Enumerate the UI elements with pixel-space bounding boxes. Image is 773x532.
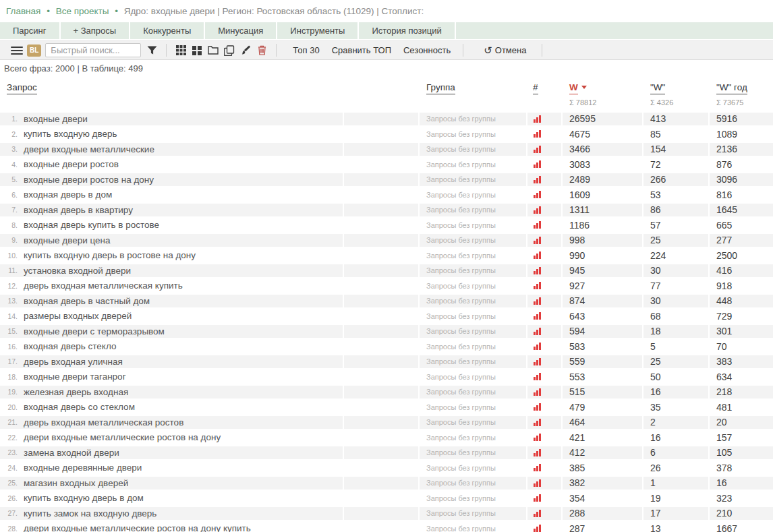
tab-tools[interactable]: Инструменты bbox=[277, 22, 359, 39]
group-cell[interactable]: Запросы без группы bbox=[420, 264, 526, 278]
group-cell[interactable]: Запросы без группы bbox=[420, 325, 526, 338]
group-cell[interactable]: Запросы без группы bbox=[420, 127, 526, 141]
query-cell[interactable]: 5. входные двери ростов на дону bbox=[0, 173, 343, 187]
tab-parsing[interactable]: Парсинг bbox=[0, 22, 61, 39]
table-row[interactable]: 15. входные двери с терморазрывом Запрос… bbox=[0, 324, 773, 339]
group-cell[interactable]: Запросы без группы bbox=[420, 204, 526, 217]
group-cell[interactable]: Запросы без группы bbox=[420, 507, 526, 521]
group-cell[interactable]: Запросы без группы bbox=[420, 477, 526, 490]
group-cell[interactable]: Запросы без группы bbox=[420, 173, 526, 187]
stats-chart-icon[interactable] bbox=[534, 358, 542, 365]
query-cell[interactable]: 15. входные двери с терморазрывом bbox=[0, 325, 343, 338]
sort-by-w[interactable]: W bbox=[569, 82, 578, 94]
top30-button[interactable]: Топ 30 bbox=[287, 45, 325, 55]
stats-chart-icon[interactable] bbox=[534, 206, 542, 214]
table-row[interactable]: 23. замена входной двери Запросы без гру… bbox=[0, 445, 773, 461]
stats-chart-icon[interactable] bbox=[534, 191, 542, 198]
undo-button[interactable]: ↺ Отмена bbox=[478, 45, 532, 55]
group-cell[interactable]: Запросы без группы bbox=[420, 355, 526, 369]
stats-chart-icon[interactable] bbox=[534, 388, 542, 396]
group-cell[interactable]: Запросы без группы bbox=[420, 158, 526, 171]
query-cell[interactable]: 6. входная дверь в дом bbox=[0, 188, 343, 202]
table-row[interactable]: 19. железная дверь входная Запросы без г… bbox=[0, 384, 773, 400]
group-cell[interactable]: Запросы без группы bbox=[420, 401, 526, 414]
stats-chart-icon[interactable] bbox=[534, 343, 542, 350]
stats-chart-icon[interactable] bbox=[534, 252, 542, 259]
stats-chart-icon[interactable] bbox=[534, 449, 542, 456]
group-cell[interactable]: Запросы без группы bbox=[420, 279, 526, 293]
bl-badge[interactable]: BL bbox=[27, 45, 41, 57]
query-cell[interactable]: 9. входные двери цена bbox=[0, 234, 343, 247]
query-cell[interactable]: 12. дверь входная металлическая купить bbox=[0, 279, 343, 293]
table-row[interactable]: 24. входные деревянные двери Запросы без… bbox=[0, 461, 773, 476]
query-cell[interactable]: 1. входные двери bbox=[0, 113, 343, 126]
table-row[interactable]: 11. установка входной двери Запросы без … bbox=[0, 263, 773, 278]
group-cell[interactable]: Запросы без группы bbox=[420, 309, 526, 323]
stats-chart-icon[interactable] bbox=[534, 282, 542, 289]
stats-chart-icon[interactable] bbox=[534, 373, 542, 380]
stats-chart-icon[interactable] bbox=[534, 160, 542, 168]
compare-top-button[interactable]: Сравнить ТОП bbox=[326, 45, 397, 55]
stats-chart-icon[interactable] bbox=[534, 130, 542, 138]
query-cell[interactable]: 19. железная дверь входная bbox=[0, 386, 343, 399]
group-cell[interactable]: Запросы без группы bbox=[420, 340, 526, 353]
group-cell[interactable]: Запросы без группы bbox=[420, 431, 526, 444]
table-row[interactable]: 16. входная дверь стекло Запросы без гру… bbox=[0, 339, 773, 355]
stats-chart-icon[interactable] bbox=[534, 297, 542, 305]
group-cell[interactable]: Запросы без группы bbox=[420, 218, 526, 232]
stats-chart-icon[interactable] bbox=[534, 464, 542, 471]
query-cell[interactable]: 20. входная дверь со стеклом bbox=[0, 401, 343, 414]
sort-by-hash[interactable]: # bbox=[533, 82, 538, 94]
stats-chart-icon[interactable] bbox=[534, 419, 542, 426]
stats-chart-icon[interactable] bbox=[534, 510, 542, 517]
query-cell[interactable]: 21. дверь входная металлическая ростов bbox=[0, 416, 343, 430]
brush-icon[interactable] bbox=[237, 42, 254, 59]
table-row[interactable]: 28. двери входные металлические ростов н… bbox=[0, 521, 773, 532]
breadcrumb-home-link[interactable]: Главная bbox=[6, 6, 40, 16]
stats-chart-icon[interactable] bbox=[534, 237, 542, 244]
table-row[interactable]: 17. дверь входная уличная Запросы без гр… bbox=[0, 354, 773, 370]
sort-by-w-quoted[interactable]: "W" bbox=[650, 82, 665, 94]
table-row[interactable]: 12. дверь входная металлическая купить З… bbox=[0, 278, 773, 294]
table-row[interactable]: 9. входные двери цена Запросы без группы… bbox=[0, 233, 773, 248]
group-cell[interactable]: Запросы без группы bbox=[420, 386, 526, 399]
group-cell[interactable]: Запросы без группы bbox=[420, 113, 526, 126]
tab-minusation[interactable]: Минусация bbox=[205, 22, 277, 39]
table-row[interactable]: 21. дверь входная металлическая ростов З… bbox=[0, 415, 773, 430]
stats-chart-icon[interactable] bbox=[534, 403, 542, 411]
tab-competitors[interactable]: Конкуренты bbox=[130, 22, 205, 39]
table-row[interactable]: 5. входные двери ростов на дону Запросы … bbox=[0, 172, 773, 187]
query-cell[interactable]: 16. входная дверь стекло bbox=[0, 340, 343, 353]
stats-chart-icon[interactable] bbox=[534, 221, 542, 229]
table-row[interactable]: 22. двери входные металлические ростов н… bbox=[0, 430, 773, 446]
seasonality-button[interactable]: Сезонность bbox=[397, 45, 457, 55]
trash-icon[interactable] bbox=[254, 42, 270, 59]
query-cell[interactable]: 28. двери входные металлические ростов н… bbox=[0, 522, 343, 532]
query-cell[interactable]: 7. входная дверь в квартиру bbox=[0, 204, 343, 217]
group-cell[interactable]: Запросы без группы bbox=[420, 416, 526, 430]
stats-chart-icon[interactable] bbox=[534, 176, 542, 183]
stats-chart-icon[interactable] bbox=[534, 494, 542, 502]
stats-chart-icon[interactable] bbox=[534, 434, 542, 441]
query-cell[interactable]: 13. входная дверь в частный дом bbox=[0, 295, 343, 308]
group-cell[interactable]: Запросы без группы bbox=[420, 461, 526, 475]
group-cell[interactable]: Запросы без группы bbox=[420, 492, 526, 505]
group-cell[interactable]: Запросы без группы bbox=[420, 249, 526, 262]
table-row[interactable]: 4. входные двери ростов Запросы без груп… bbox=[0, 157, 773, 173]
table-row[interactable]: 8. входная дверь купить в ростове Запрос… bbox=[0, 218, 773, 233]
query-cell[interactable]: 23. замена входной двери bbox=[0, 446, 343, 460]
breadcrumb-projects-link[interactable]: Все проекты bbox=[56, 6, 109, 16]
query-cell[interactable]: 27. купить замок на входную дверь bbox=[0, 507, 343, 521]
filter-icon[interactable] bbox=[144, 42, 160, 59]
group-cell[interactable]: Запросы без группы bbox=[420, 188, 526, 202]
stats-chart-icon[interactable] bbox=[534, 267, 542, 274]
sort-by-w-year[interactable]: "W" год bbox=[716, 82, 747, 94]
query-cell[interactable]: 11. установка входной двери bbox=[0, 264, 343, 278]
sort-by-query[interactable]: Запрос bbox=[7, 82, 37, 94]
folder-icon[interactable] bbox=[205, 42, 221, 59]
table-row[interactable]: 18. входные двери таганрог Запросы без г… bbox=[0, 370, 773, 385]
query-cell[interactable]: 8. входная дверь купить в ростове bbox=[0, 218, 343, 232]
stats-chart-icon[interactable] bbox=[534, 146, 542, 153]
table-row[interactable]: 26. купить входную дверь в дом Запросы б… bbox=[0, 491, 773, 506]
query-cell[interactable]: 17. дверь входная уличная bbox=[0, 355, 343, 369]
